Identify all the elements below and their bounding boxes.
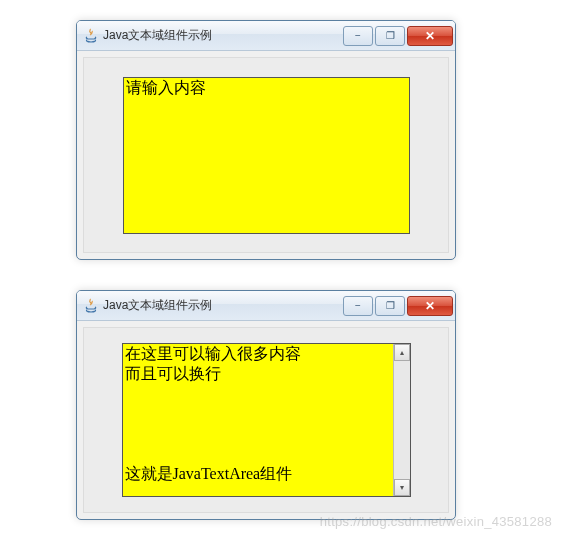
scroll-down-button[interactable]: ▾	[394, 479, 410, 496]
watermark-text: https://blog.csdn.net/weixin_43581288	[320, 514, 552, 529]
close-icon: ✕	[425, 299, 435, 313]
chevron-up-icon: ▴	[400, 348, 404, 357]
client-area: 在这里可以输入很多内容 而且可以换行 这就是JavaTextArea组件 ▴ ▾	[83, 327, 449, 513]
chevron-down-icon: ▾	[400, 483, 404, 492]
scroll-track[interactable]	[394, 361, 410, 479]
close-button[interactable]: ✕	[407, 26, 453, 46]
window-frame: Java文本域组件示例 − ❐ ✕ 在这里可以输入很多内容 而且可以换行 这就是…	[76, 290, 456, 520]
window-controls: − ❐ ✕	[343, 26, 453, 46]
client-area: 请输入内容	[83, 57, 449, 253]
maximize-icon: ❐	[386, 30, 395, 41]
text-area[interactable]: 在这里可以输入很多内容 而且可以换行 这就是JavaTextArea组件	[123, 344, 393, 496]
window-controls: − ❐ ✕	[343, 296, 453, 316]
textarea-container: 请输入内容	[123, 77, 410, 234]
minimize-icon: −	[355, 300, 361, 311]
titlebar[interactable]: Java文本域组件示例 − ❐ ✕	[77, 291, 455, 321]
minimize-button[interactable]: −	[343, 26, 373, 46]
java-icon	[83, 28, 99, 44]
close-icon: ✕	[425, 29, 435, 43]
vertical-scrollbar[interactable]: ▴ ▾	[393, 344, 410, 496]
java-icon	[83, 298, 99, 314]
scroll-up-button[interactable]: ▴	[394, 344, 410, 361]
minimize-icon: −	[355, 30, 361, 41]
maximize-icon: ❐	[386, 300, 395, 311]
maximize-button[interactable]: ❐	[375, 296, 405, 316]
window-title: Java文本域组件示例	[103, 297, 343, 314]
minimize-button[interactable]: −	[343, 296, 373, 316]
window-title: Java文本域组件示例	[103, 27, 343, 44]
text-area[interactable]: 请输入内容	[124, 78, 409, 233]
maximize-button[interactable]: ❐	[375, 26, 405, 46]
window-frame: Java文本域组件示例 − ❐ ✕ 请输入内容	[76, 20, 456, 260]
textarea-container: 在这里可以输入很多内容 而且可以换行 这就是JavaTextArea组件 ▴ ▾	[122, 343, 411, 497]
close-button[interactable]: ✕	[407, 296, 453, 316]
titlebar[interactable]: Java文本域组件示例 − ❐ ✕	[77, 21, 455, 51]
